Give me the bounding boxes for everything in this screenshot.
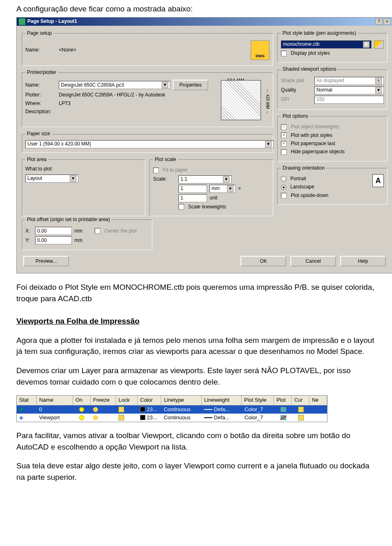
body-text: Para facilitar, vamos ativar a toolbar V… <box>16 430 376 452</box>
bulb-icon <box>79 407 84 412</box>
page-setup-dialog: Page Setup - Layout1 ? × Page setup Name… <box>16 17 392 274</box>
quality-select[interactable]: Normal▾ <box>314 86 384 94</box>
orientation-icon: A <box>372 174 384 187</box>
plot-area-group: Plot area What to plot: Layout▾ <box>22 156 145 216</box>
what-to-plot-select[interactable]: Layout▾ <box>25 175 78 183</box>
lock-icon <box>118 415 124 421</box>
chevron-down-icon: ▾ <box>70 175 76 182</box>
chevron-down-icon: ▾ <box>363 41 370 48</box>
shade-plot-select: As displayed▾ <box>314 77 384 85</box>
offset-y-input[interactable]: 0.00 <box>35 236 72 244</box>
current-vp-icon <box>298 407 304 412</box>
printer-icon <box>281 407 286 412</box>
opt-lineweights-checkbox: ✓ <box>281 124 287 130</box>
sun-icon <box>93 407 98 412</box>
page-setup-group: Page setup Name: <None> DWG <box>22 30 273 66</box>
dwg-icon: DWG <box>251 40 270 60</box>
scale-num-input[interactable]: 1 <box>178 185 207 193</box>
scale-unit-select[interactable]: mm▾ <box>209 185 236 193</box>
current-layer-icon: ✔ <box>19 406 24 414</box>
bulb-icon <box>79 415 84 420</box>
opt-plotstyles-checkbox[interactable]: ✓ <box>281 132 287 138</box>
orientation-group: Drawing orientation Portrait Landscape P… <box>277 165 388 205</box>
dpi-input: 150 <box>314 96 384 104</box>
scale-lineweights-checkbox[interactable] <box>178 204 184 210</box>
portrait-radio[interactable] <box>281 176 286 181</box>
display-plot-styles-checkbox[interactable] <box>281 51 287 56</box>
window-title: Page Setup - Layout1 <box>27 18 374 25</box>
body-text: Devemos criar um Layer para armazenar as… <box>16 365 376 387</box>
current-vp-icon <box>298 415 304 421</box>
close-button[interactable]: × <box>383 18 391 25</box>
shaded-viewport-group: Shaded viewport options Shade plot As di… <box>277 66 388 109</box>
page-setup-name: <None> <box>59 47 248 54</box>
section-heading: Viewports na Folha de Impressão <box>16 316 376 327</box>
plot-scale-group: Plot scale Fit to paper Scale: 1:1▾ 1 mm… <box>149 156 273 216</box>
paper-size-select[interactable]: User 1 (594.00 x 420.00 MM)▾ <box>25 140 274 148</box>
layer-status-icon: ◆ <box>19 414 23 422</box>
cancel-button[interactable]: Cancel <box>290 256 336 266</box>
help-button[interactable]: Help <box>340 256 386 266</box>
plot-options-group: Plot options ✓Plot object lineweights ✓P… <box>277 113 388 161</box>
opt-hide-paperspace-checkbox[interactable] <box>281 149 287 155</box>
layer-table-header: Stat Name On Freeze Lock Color Linetype … <box>17 396 327 405</box>
plot-style-table-group: Plot style table (pen assignments) monoc… <box>277 30 388 63</box>
body-text: Agora que a plotter foi instalada e já t… <box>16 335 376 357</box>
center-plot-checkbox <box>95 228 100 234</box>
printer-name-select[interactable]: DesignJet 650C C2859A.pc3▾ <box>59 81 170 89</box>
layer-row[interactable]: ✔ 0 23... Continuous Defa... Color_7 <box>17 405 327 414</box>
plot-offset-group: Plot offset (origin set to printable are… <box>22 216 152 250</box>
lock-icon <box>118 407 124 412</box>
chevron-down-icon: ▾ <box>162 82 168 88</box>
paper-preview: ← 594 MM → ← 420 MM → <box>212 78 270 123</box>
chevron-down-icon: ▾ <box>375 87 382 94</box>
no-plot-icon <box>281 415 286 420</box>
layer-table: Stat Name On Freeze Lock Color Linetype … <box>16 395 327 422</box>
scale-select[interactable]: 1:1▾ <box>178 175 232 183</box>
color-swatch <box>140 407 145 412</box>
scale-den-input[interactable]: 1 <box>178 194 207 202</box>
chevron-down-icon: ▾ <box>265 141 272 148</box>
offset-x-input[interactable]: 0.00 <box>35 227 72 235</box>
color-swatch <box>140 415 145 420</box>
chevron-down-icon: ▾ <box>223 176 229 183</box>
titlebar: Page Setup - Layout1 ? × <box>17 18 392 26</box>
opt-paperspace-last-checkbox[interactable]: ✓ <box>281 141 287 147</box>
edit-plot-style-button[interactable] <box>374 40 384 49</box>
sun-icon <box>93 415 98 420</box>
properties-button[interactable]: Properties <box>173 80 208 90</box>
app-icon <box>18 18 26 25</box>
fit-to-paper-checkbox <box>153 168 159 173</box>
paper-size-group: Paper size User 1 (594.00 x 420.00 MM)▾ <box>22 130 273 152</box>
layer-row[interactable]: ◆ Viewport 23... Continuous Defa... Colo… <box>17 414 327 422</box>
chevron-down-icon: ▾ <box>227 186 234 192</box>
help-button-titlebar[interactable]: ? <box>375 18 383 25</box>
plot-style-select[interactable]: monochrome.ctb▾ <box>281 40 372 49</box>
ok-button[interactable]: OK <box>241 256 286 266</box>
printer-group: Printer/plotter Name: DesignJet 650C C28… <box>22 69 273 127</box>
chevron-down-icon: ▾ <box>375 78 382 84</box>
body-text: Sua tela deve estar algo deste jeito, co… <box>16 460 376 483</box>
body-text: Foi deixado o Plot Style em MONOCHROME.c… <box>16 282 376 304</box>
intro-text: A configuração deve ficar como a mostrad… <box>16 3 376 15</box>
landscape-radio[interactable] <box>281 185 286 190</box>
preview-button[interactable]: Preview... <box>23 256 69 266</box>
upside-down-checkbox[interactable] <box>281 193 287 199</box>
